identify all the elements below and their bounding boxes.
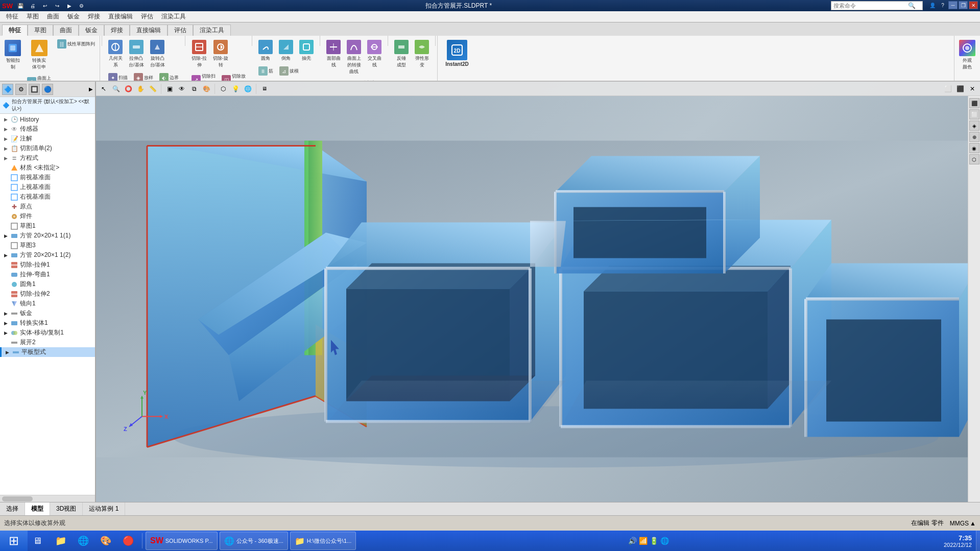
btn-surface-curve[interactable]: 曲面上的转接曲线 bbox=[344, 38, 364, 77]
command-search[interactable]: 🔍 bbox=[831, 1, 923, 10]
tab-qumian[interactable]: 曲面 bbox=[53, 25, 79, 36]
btn-ref1[interactable]: 几何关系 bbox=[106, 38, 125, 70]
vp-btn-appearance[interactable]: 🎨 bbox=[201, 83, 212, 94]
restore-button[interactable]: ❐ bbox=[959, 1, 968, 9]
tab-model[interactable]: 模型 bbox=[25, 502, 50, 515]
vp-btn-display-style[interactable]: ▣ bbox=[164, 83, 175, 94]
panel-expand-arrow[interactable]: ▶ bbox=[89, 86, 93, 92]
tree-item-sketch1[interactable]: 草图1 bbox=[0, 221, 95, 231]
minimize-button[interactable]: ─ bbox=[948, 1, 958, 9]
vp-right-btn-4[interactable]: ⊕ bbox=[969, 132, 979, 142]
btn-cut-loft[interactable]: ◫切除放样 bbox=[219, 71, 248, 82]
tree-item-fillet1[interactable]: 圆角1 bbox=[0, 279, 95, 289]
quick-access-redo[interactable]: ↪ bbox=[53, 2, 62, 10]
tab-pingjia[interactable]: 评估 bbox=[168, 25, 193, 36]
quick-access-print[interactable]: 🖨 bbox=[28, 2, 37, 10]
btn-rib[interactable]: ⏸筋 bbox=[256, 65, 276, 77]
tab-motion[interactable]: 运动算例 1 bbox=[83, 502, 125, 515]
btn-fillet[interactable]: 圆角 bbox=[256, 38, 275, 64]
tray-icon-3[interactable]: 🔋 bbox=[650, 537, 658, 545]
btn-linear-array[interactable]: ||| 线性草图阵列 bbox=[55, 38, 98, 50]
btn-ref-geom[interactable]: 面部曲线 bbox=[324, 38, 343, 77]
vp-right-btn-6[interactable]: ⬡ bbox=[969, 154, 979, 164]
btn-cut-rotate[interactable]: 切除-旋转 bbox=[210, 38, 231, 70]
quick-access-options[interactable]: ⚙ bbox=[77, 2, 86, 10]
taskbar-quicklaunch-1[interactable]: 🖥 bbox=[29, 532, 49, 550]
quick-access-save[interactable]: 💾 bbox=[16, 2, 25, 10]
btn-intersection-curve[interactable]: 交叉曲线 bbox=[365, 38, 384, 77]
taskbar-quicklaunch-4[interactable]: 🎨 bbox=[96, 532, 116, 550]
tree-item-flatpattern[interactable]: ▶ 平板型式 bbox=[0, 347, 95, 357]
taskbar-item-browser[interactable]: 🌐 公众号 - 360极速... bbox=[220, 532, 288, 550]
tab-hanjie[interactable]: 焊接 bbox=[104, 25, 130, 36]
menu-qumian[interactable]: 曲面 bbox=[43, 11, 63, 22]
viewport[interactable]: ↖ 🔍 ⭕ ✋ 📏 ▣ 👁 ⧉ 🎨 ⬡ 💡 🌐 🖥 ⬜ ⬛ ✕ bbox=[96, 82, 980, 502]
btn-surface-stitch[interactable]: ⬡ 曲面上缝合 bbox=[25, 74, 54, 82]
btn-cut-sweep[interactable]: ↗切除扫描 bbox=[189, 71, 218, 82]
tree-item-square2[interactable]: ▶ 方管 20×20×1 1(2) bbox=[0, 250, 95, 260]
panel-tool-propertymanager[interactable]: ⚙ bbox=[15, 84, 27, 95]
taskbar-clock[interactable]: 7:35 2022/12/12 bbox=[940, 534, 976, 548]
btn-chamfer[interactable]: 倒角 bbox=[276, 38, 296, 64]
close-button[interactable]: ✕ bbox=[969, 1, 978, 9]
taskbar-quicklaunch-5[interactable]: 🔴 bbox=[118, 532, 139, 550]
vp-btn-section[interactable]: ⧉ bbox=[188, 83, 200, 94]
tree-item-cutextrude1[interactable]: 切除-拉伸1 bbox=[0, 260, 95, 270]
tree-item-convertsolid[interactable]: ▶ 转换实体1 bbox=[0, 318, 95, 328]
vp-btn-measure[interactable]: 📏 bbox=[147, 83, 158, 94]
btn-instant2d[interactable]: 2D Instant2D bbox=[442, 38, 472, 69]
tab-tezheng[interactable]: 特征 bbox=[2, 25, 28, 36]
vp-btn-select-cursor[interactable]: ↖ bbox=[98, 83, 109, 94]
vp-btn-lighting[interactable]: 💡 bbox=[230, 83, 241, 94]
tree-item-sketch3[interactable]: 草图3 bbox=[0, 241, 95, 250]
tab-banjin[interactable]: 钣金 bbox=[79, 25, 104, 36]
tree-item-weld[interactable]: 焊件 bbox=[0, 211, 95, 221]
btn-ref2[interactable]: 拉伸凸台/基体 bbox=[126, 38, 147, 70]
btn-feature-c[interactable]: ⬖边界 bbox=[157, 71, 181, 82]
panel-scrollbar-h[interactable] bbox=[0, 495, 95, 502]
tab-zhijiebianj[interactable]: 直接编辑 bbox=[130, 25, 168, 36]
tray-icon-1[interactable]: 🔊 bbox=[628, 537, 637, 545]
btn-mirror[interactable]: ⟺镜向 bbox=[324, 78, 348, 82]
help-icon[interactable]: ? bbox=[938, 1, 947, 9]
btn-convert-solid[interactable]: 转换实体引申 bbox=[25, 38, 54, 73]
tree-item-loftbend1[interactable]: 拉伸-弯曲1 bbox=[0, 270, 95, 279]
panel-tool-featuremanager[interactable]: 🔷 bbox=[2, 84, 13, 95]
tree-item-square1[interactable]: ▶ 方管 20×20×1 1(1) bbox=[0, 231, 95, 241]
vp-right-btn-3[interactable]: ◈ bbox=[969, 121, 979, 131]
vp-right-btn-5[interactable]: ◉ bbox=[969, 143, 979, 153]
btn-draft[interactable]: ⊿拔模 bbox=[277, 65, 301, 77]
tree-item-origin[interactable]: ✚ 原点 bbox=[0, 202, 95, 211]
vp-right-btn-1[interactable]: ⬛ bbox=[969, 98, 979, 108]
tree-item-movecopy[interactable]: ▶ 实体-移动/复制1 bbox=[0, 328, 95, 338]
tree-item-mirror1[interactable]: 镜向1 bbox=[0, 299, 95, 308]
tray-icon-2[interactable]: 📶 bbox=[639, 537, 648, 545]
tree-item-sheetmetal[interactable]: ▶ 钣金 bbox=[0, 308, 95, 318]
tree-item-annotations[interactable]: ▶ 📝 注解 bbox=[0, 134, 95, 143]
btn-shell[interactable]: 抽壳 bbox=[297, 38, 316, 64]
vp-right-btn-2[interactable]: ⬜ bbox=[969, 109, 979, 119]
btn-feature-b[interactable]: ◈放样 bbox=[131, 71, 156, 82]
menu-pingjia[interactable]: 评估 bbox=[137, 11, 157, 22]
tree-item-cutlist[interactable]: ▶ 📋 切割清单(2) bbox=[0, 143, 95, 153]
vp-btn-scene[interactable]: 🌐 bbox=[242, 83, 253, 94]
taskbar-item-solidworks[interactable]: SW SOLIDWORKS P... bbox=[146, 532, 218, 550]
tab-3dview[interactable]: 3D视图 bbox=[50, 502, 83, 515]
tree-item-sensors[interactable]: ▶ 👁 传感器 bbox=[0, 124, 95, 134]
tree-item-cutextrude2[interactable]: 切除-拉伸2 bbox=[0, 289, 95, 299]
btn-wrap[interactable]: 弹性形变 bbox=[412, 38, 432, 70]
btn-appearance[interactable]: 外观颜色 bbox=[957, 38, 978, 73]
btn-cut-extrude[interactable]: 切除-拉伸 bbox=[189, 38, 209, 70]
tree-item-unfold2[interactable]: 展开2 bbox=[0, 338, 95, 347]
user-icon[interactable]: 👤 bbox=[928, 1, 937, 9]
vp-btn-rotate[interactable]: ⭕ bbox=[123, 83, 134, 94]
vp-btn-display-pane[interactable]: 🖥 bbox=[259, 83, 270, 94]
tree-item-top[interactable]: 上视基准面 bbox=[0, 182, 95, 192]
vp-btn-zoom[interactable]: 🔍 bbox=[110, 83, 122, 94]
vp-max-btn[interactable]: ⬛ bbox=[954, 83, 966, 94]
btn-smart-feature[interactable]: 智能扣制 bbox=[2, 38, 23, 73]
menu-xuanran[interactable]: 渲染工具 bbox=[157, 11, 190, 22]
btn-pattern[interactable]: ⠿分割实体 bbox=[349, 78, 378, 82]
tree-item-equations[interactable]: ▶ = 方程式 bbox=[0, 153, 95, 163]
taskbar-quicklaunch-2[interactable]: 📁 bbox=[51, 532, 71, 550]
